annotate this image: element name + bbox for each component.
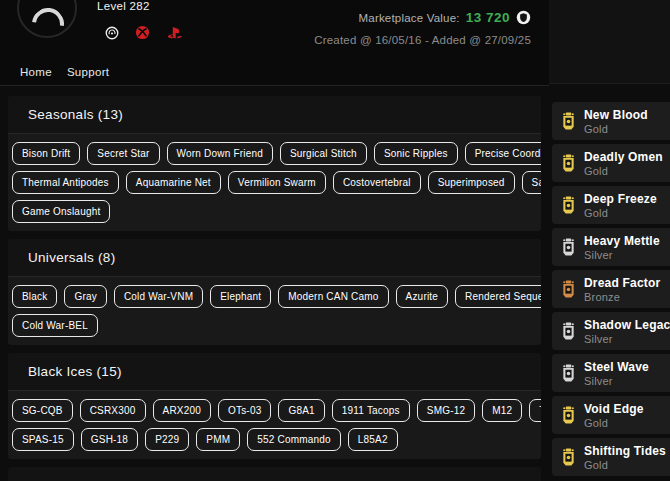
cosmetic-chip[interactable]: Gray: [64, 285, 106, 308]
nav-home[interactable]: Home: [20, 66, 52, 78]
charm-tier: Bronze: [584, 291, 660, 303]
chip-row: Game Onslaught: [12, 200, 537, 223]
cosmetic-chip[interactable]: Type-89: [529, 399, 541, 422]
xbox-icon[interactable]: [135, 25, 150, 40]
cosmetic-chip[interactable]: Black: [12, 285, 57, 308]
cosmetic-chip[interactable]: OTs-03: [218, 399, 271, 422]
cosmetic-chip[interactable]: ARX200: [153, 399, 211, 422]
cosmetic-chip[interactable]: Superimposed: [428, 171, 515, 194]
charm-card[interactable]: Deadly OmenGold: [552, 144, 670, 182]
charm-tier: Gold: [584, 459, 666, 471]
cosmetic-chip[interactable]: PMM: [196, 428, 240, 451]
cosmetic-chip[interactable]: Saber Carve: [522, 171, 541, 194]
cosmetic-chip[interactable]: Elephant: [210, 285, 271, 308]
cosmetic-chip[interactable]: Bison Drift: [12, 142, 80, 165]
section-title: Universals (8): [28, 250, 115, 265]
cosmetic-chip[interactable]: Vermilion Swarm: [228, 171, 326, 194]
cosmetic-chip[interactable]: 552 Commando: [247, 428, 341, 451]
section-title: Black Ices (15): [28, 364, 122, 379]
section-universals: Universals (8)BlackGrayCold War-VNMEleph…: [8, 239, 541, 345]
section-header: Black Ices (15): [8, 353, 541, 391]
chip-row: SG-CQBCSRX300ARX200OTs-03G8A11911 Tacops…: [12, 399, 537, 422]
charm-title: Steel Wave: [584, 360, 649, 374]
charm-icon: [561, 238, 576, 257]
sidebar: New BloodGoldDeadly OmenGoldDeep FreezeG…: [549, 0, 670, 481]
ubisoft-icon[interactable]: [105, 26, 119, 40]
charm-title: Shadow Legacy: [584, 318, 670, 332]
section-header: Universals (8): [8, 239, 541, 277]
charm-card[interactable]: New BloodGold: [552, 102, 670, 140]
playstation-icon[interactable]: [166, 26, 183, 40]
charm-title: Void Edge: [584, 402, 644, 416]
charm-icon: [561, 280, 576, 299]
cosmetic-chip[interactable]: Surgical Stitch: [280, 142, 367, 165]
cosmetic-chip[interactable]: Cold War-BEL: [12, 314, 98, 337]
cosmetic-chip[interactable]: Secret Star: [87, 142, 159, 165]
charm-card[interactable]: Deep FreezeGold: [552, 186, 670, 224]
section-body: Bison DriftSecret StarWorn Down FriendSu…: [8, 134, 541, 231]
cosmetic-chip[interactable]: M12: [482, 399, 522, 422]
cosmetic-chip[interactable]: Aquamarine Net: [126, 171, 221, 194]
cosmetic-chip[interactable]: Azurite: [396, 285, 449, 308]
charm-title: Heavy Mettle: [584, 234, 660, 248]
charm-tier: Silver: [584, 249, 660, 261]
cosmetic-chip[interactable]: Cold War-VNM: [114, 285, 203, 308]
charm-icon: [561, 406, 576, 425]
cosmetic-chip[interactable]: P229: [145, 428, 189, 451]
cosmetic-chip[interactable]: Sonic Ripples: [374, 142, 458, 165]
cosmetic-chip[interactable]: SMG-12: [417, 399, 475, 422]
charm-tier: Gold: [584, 165, 663, 177]
charm-title: Dread Factor: [584, 276, 660, 290]
cosmetic-chip[interactable]: Precise Coordinates: [465, 142, 541, 165]
charm-title: Deep Freeze: [584, 192, 657, 206]
cosmetic-chip[interactable]: L85A2: [348, 428, 398, 451]
charm-card[interactable]: Shadow LegacySilver: [552, 312, 670, 350]
cosmetic-chip[interactable]: GSH-18: [81, 428, 138, 451]
main-column: Level 282 Marketplace Value: 13 720 Crea…: [0, 0, 549, 481]
cosmetic-chip[interactable]: SG-CQB: [12, 399, 73, 422]
cosmetic-chip[interactable]: CSRX300: [80, 399, 146, 422]
cosmetics-content: Seasonals (13)Bison DriftSecret StarWorn…: [0, 86, 549, 481]
charm-icon: [561, 154, 576, 173]
section-header: Seasonals (13): [8, 96, 541, 134]
charm-card[interactable]: Dread FactorBronze: [552, 270, 670, 308]
charm-icon: [561, 322, 576, 341]
charm-icon: [561, 196, 576, 215]
cosmetic-chip[interactable]: G8A1: [278, 399, 324, 422]
charm-card[interactable]: Void EdgeGold: [552, 396, 670, 434]
section-seasonals: Seasonals (13)Bison DriftSecret StarWorn…: [8, 96, 541, 231]
cosmetic-chip[interactable]: Game Onslaught: [12, 200, 110, 223]
cosmetic-chip[interactable]: Costovertebral: [333, 171, 421, 194]
charm-title: Shifting Tides: [584, 444, 666, 458]
sidebar-top-spacer: [549, 0, 670, 84]
section-black-ices: Black Ices (15)SG-CQBCSRX300ARX200OTs-03…: [8, 353, 541, 459]
cosmetic-chip[interactable]: Rendered Sequence: [455, 285, 541, 308]
marketplace-value: Marketplace Value: 13 720: [359, 10, 531, 25]
charm-title: New Blood: [584, 108, 648, 122]
created-added-dates: Created @ 16/05/16 - Added @ 27/09/25: [314, 34, 531, 46]
charm-card[interactable]: Steel WaveSilver: [552, 354, 670, 392]
cosmetic-chip[interactable]: Thermal Antipodes: [12, 171, 119, 194]
chip-row: BlackGrayCold War-VNMElephantModern CAN …: [12, 285, 537, 308]
section-body: SG-CQBCSRX300ARX200OTs-03G8A11911 Tacops…: [8, 391, 541, 459]
cosmetic-chip[interactable]: 1911 Tacops: [332, 399, 410, 422]
profile-header: Level 282 Marketplace Value: 13 720 Crea…: [0, 0, 549, 86]
nav-support[interactable]: Support: [67, 66, 109, 78]
marketplace-value-amount: 13 720: [466, 10, 510, 25]
chip-row: Cold War-BEL: [12, 314, 537, 337]
charm-list: New BloodGoldDeadly OmenGoldDeep FreezeG…: [549, 84, 670, 476]
charm-tier: Silver: [584, 375, 649, 387]
nav: HomeSupport: [20, 66, 109, 78]
cosmetic-chip[interactable]: SPAS-15: [12, 428, 74, 451]
charm-card[interactable]: Shifting TidesGold: [552, 438, 670, 476]
cosmetic-chip[interactable]: Worn Down Friend: [167, 142, 273, 165]
chip-row: Bison DriftSecret StarWorn Down FriendSu…: [12, 142, 537, 165]
charm-card[interactable]: Heavy MettleSilver: [552, 228, 670, 266]
charm-icon: [561, 364, 576, 383]
cosmetic-chip[interactable]: Modern CAN Camo: [278, 285, 388, 308]
next-section-stub: [8, 467, 541, 481]
charm-title: Deadly Omen: [584, 150, 663, 164]
charm-tier: Silver: [584, 333, 670, 345]
marketplace-value-label: Marketplace Value:: [359, 12, 460, 24]
level-label: Level 282: [97, 0, 150, 12]
